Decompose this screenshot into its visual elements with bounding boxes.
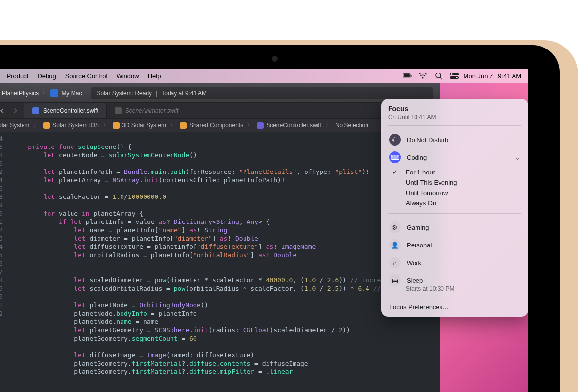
tab-label: SceneController.swift: [43, 107, 98, 114]
check-icon: ✓: [389, 169, 401, 176]
focus-option[interactable]: ✓For 1 hour: [389, 167, 521, 177]
tab-sceneanimator[interactable]: SceneAnimator.swift: [107, 103, 187, 118]
swift-file-icon: [257, 122, 264, 129]
focus-popover: Focus On Until 10:41 AM ☾ Do Not Disturb…: [381, 99, 528, 317]
focus-preferences[interactable]: Focus Preferences…: [388, 302, 521, 312]
menu-item[interactable]: Source Control: [65, 73, 108, 80]
breadcrumb-item[interactable]: 3D Solar System: [112, 122, 167, 129]
svg-point-3: [422, 77, 423, 78]
xcode-window: PlanetPhysics 〉 My Mac Solar System: Rea…: [0, 83, 440, 392]
code-editor[interactable]: 83 84 85 86 87 88 89 90 91 92 93 94 95 9…: [0, 132, 440, 392]
tab-bar: SceneController.swift SceneAnimator.swif…: [0, 103, 440, 119]
focus-option[interactable]: Until This Evening: [389, 177, 521, 188]
swift-file-icon: [115, 107, 122, 114]
moon-icon: ☾: [389, 134, 401, 146]
focus-option[interactable]: Always On: [389, 198, 521, 208]
svg-rect-1: [403, 74, 409, 78]
menu-item[interactable]: Product: [7, 73, 29, 80]
bezel: or Product Debug Source Control Window H…: [0, 45, 560, 392]
breadcrumb-item[interactable]: SceneController.swift: [256, 122, 322, 129]
menubar-menus: or Product Debug Source Control Window H…: [0, 73, 161, 80]
activity-bar: Solar System: Ready | Today at 9:41 AM: [91, 87, 433, 99]
back-button[interactable]: [0, 103, 9, 119]
svg-point-7: [451, 74, 452, 75]
folder-icon: [43, 122, 50, 129]
menu-item[interactable]: Debug: [37, 73, 56, 80]
focus-mode-personal[interactable]: 👤Personal: [388, 236, 521, 254]
tab-scenecontroller[interactable]: SceneController.swift: [24, 103, 107, 118]
camera-dot: [272, 56, 278, 62]
scheme-device: My Mac: [61, 90, 82, 97]
tab-label: SceneAnimator.swift: [125, 107, 179, 114]
swift-file-icon: [32, 107, 39, 114]
breadcrumb-item[interactable]: Solar System iOS: [42, 122, 100, 129]
screen: or Product Debug Source Control Window H…: [0, 69, 528, 392]
scheme-selector[interactable]: PlanetPhysics 〉 My Mac: [0, 87, 86, 99]
menu-item[interactable]: Help: [148, 73, 161, 80]
folder-icon: [180, 122, 187, 129]
jump-bar[interactable]: Solar System〉 Solar System iOS〉 3D Solar…: [0, 119, 440, 132]
xcode-toolbar: PlanetPhysics 〉 My Mac Solar System: Rea…: [0, 83, 440, 103]
svg-line-5: [440, 77, 442, 79]
focus-mode-subtitle: Starts at 10:30 PM: [406, 285, 521, 292]
activity-time: Today at 9:41 AM: [161, 90, 207, 97]
menubar-time: 9:41 AM: [498, 73, 521, 80]
spotlight-icon[interactable]: [434, 73, 443, 79]
keyboard-icon: ⌨: [389, 151, 401, 163]
chevron-down-icon: ⌄: [515, 154, 520, 161]
battery-icon[interactable]: [403, 73, 412, 79]
folder-icon: [113, 122, 120, 129]
breadcrumb-item[interactable]: No Selection: [334, 122, 369, 129]
mac-device-icon: [50, 89, 58, 97]
code-content: private func setupScene() { let centerNo…: [8, 132, 440, 392]
focus-option[interactable]: Until Tomorrow: [389, 188, 521, 198]
person-icon: 👤: [389, 239, 401, 251]
svg-point-4: [436, 73, 441, 78]
activity-status: Solar System: Ready: [97, 90, 152, 97]
focus-mode-label: Do Not Disturb: [407, 136, 520, 144]
focus-mode-label: Coding: [407, 154, 509, 161]
focus-mode-dnd[interactable]: ☾ Do Not Disturb: [388, 131, 521, 148]
focus-title: Focus: [388, 105, 521, 113]
bed-icon: 🛏: [389, 274, 401, 286]
menubar: or Product Debug Source Control Window H…: [0, 69, 528, 83]
menubar-datetime[interactable]: Mon Jun 7 9:41 AM: [464, 73, 521, 80]
breadcrumb-item[interactable]: Solar System: [0, 122, 30, 129]
device-frame: or Product Debug Source Control Window H…: [0, 40, 578, 392]
gear-icon: ⚙: [389, 221, 401, 233]
briefcase-icon: ⌂: [389, 257, 401, 269]
scheme-target: PlanetPhysics: [2, 90, 39, 97]
focus-subtitle: On Until 10:41 AM: [388, 114, 521, 121]
svg-point-9: [456, 77, 457, 78]
focus-mode-sleep[interactable]: 🛏Sleep: [388, 271, 521, 286]
menubar-date: Mon Jun 7: [464, 73, 493, 80]
status-icons: [403, 73, 459, 79]
focus-mode-coding[interactable]: ⌨ Coding ⌄: [388, 148, 521, 166]
focus-mode-gaming[interactable]: ⚙Gaming: [388, 219, 521, 236]
control-center-icon[interactable]: [450, 73, 459, 79]
focus-duration-options: ✓For 1 hour Until This Evening Until Tom…: [389, 167, 521, 208]
forward-button[interactable]: [9, 103, 22, 119]
svg-rect-2: [411, 75, 412, 77]
line-gutter: 83 84 85 86 87 88 89 90 91 92 93 94 95 9…: [0, 132, 8, 392]
menu-item[interactable]: Window: [116, 73, 139, 80]
breadcrumb-item[interactable]: Shared Components: [179, 122, 244, 129]
wifi-icon[interactable]: [418, 73, 427, 79]
focus-mode-work[interactable]: ⌂Work: [388, 254, 521, 271]
